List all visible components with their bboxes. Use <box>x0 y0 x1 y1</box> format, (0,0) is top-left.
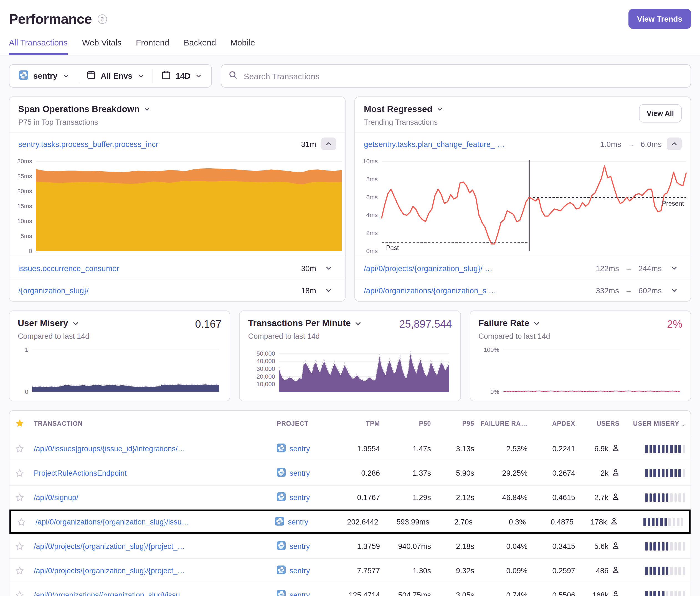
misery-bar <box>653 542 656 550</box>
python-project-icon <box>277 443 286 454</box>
project-link[interactable]: sentry <box>277 541 310 552</box>
transaction-link[interactable]: /api/0/projects/{organization_slug}/{pro… <box>34 542 270 550</box>
span-op-link[interactable]: /{organization_slug}/ <box>18 286 296 295</box>
tab-web-vitals[interactable]: Web Vitals <box>82 38 122 55</box>
regression-to-value: 244ms <box>639 264 662 273</box>
column-header-p95[interactable]: P95 <box>431 420 474 426</box>
transaction-link[interactable]: /api/0/signup/ <box>34 493 270 502</box>
date-range-filter[interactable]: 14D <box>153 71 210 81</box>
column-header-user-misery[interactable]: USER MISERY↓ <box>620 419 685 427</box>
table-row[interactable]: /api/0/organizations/{organization_slug}… <box>9 510 691 534</box>
favorite-column-star-icon[interactable] <box>15 419 34 428</box>
most-regressed-title[interactable]: Most Regressed <box>364 104 443 114</box>
transaction-link[interactable]: /api/0/issues|groups/{issue_id}/integrat… <box>34 444 270 453</box>
transaction-link[interactable]: /api/0/organizations/{organization_slug}… <box>35 518 269 526</box>
user-icon <box>612 591 620 596</box>
favorite-star-icon[interactable] <box>17 517 35 526</box>
view-trends-button[interactable]: View Trends <box>628 9 691 29</box>
python-project-icon <box>277 566 286 576</box>
regressed-transaction-link[interactable]: /api/0/organizations/{organization_s … <box>364 286 591 295</box>
transaction-link[interactable]: /api/0/organizations/{organization_slug}… <box>34 591 270 596</box>
card-title[interactable]: Transactions Per Minute <box>248 318 362 328</box>
transaction-cell: /api/0/organizations/{organization_slug}… <box>34 591 277 596</box>
project-link[interactable]: sentry <box>277 590 310 596</box>
search-input[interactable] <box>243 71 683 81</box>
card-title[interactable]: Failure Rate <box>478 318 550 328</box>
misery-bar <box>649 542 652 550</box>
collapse-chevron-up-icon[interactable] <box>321 137 336 150</box>
view-all-button[interactable]: View All <box>639 104 682 123</box>
project-link[interactable]: sentry <box>277 468 310 478</box>
tpm-cell: 125.4714 <box>334 591 380 596</box>
span-op-link[interactable]: sentry.tasks.process_buffer.process_incr <box>18 139 296 148</box>
table-row[interactable]: /api/0/projects/{organization_slug}/{pro… <box>9 534 691 558</box>
project-filter[interactable]: sentry <box>10 71 77 81</box>
date-range-label: 14D <box>176 72 191 80</box>
misery-bar <box>682 542 685 550</box>
help-icon[interactable]: ? <box>97 14 107 24</box>
project-link[interactable]: sentry <box>277 443 310 454</box>
project-link[interactable]: sentry <box>277 566 310 576</box>
favorite-star-icon[interactable] <box>15 468 34 478</box>
column-header-transaction[interactable]: TRANSACTION <box>34 420 277 426</box>
column-header-apdex[interactable]: APDEX <box>527 420 575 426</box>
misery-bar <box>657 444 660 453</box>
expand-chevron-down-icon[interactable] <box>321 284 336 296</box>
user-misery-cell <box>620 493 685 502</box>
environment-filter[interactable]: All Envs <box>78 71 152 81</box>
table-row[interactable]: ProjectRuleActionsEndpointsentry0.2861.3… <box>9 461 691 485</box>
favorite-star-icon[interactable] <box>15 591 34 596</box>
column-header-p50[interactable]: P50 <box>380 420 431 426</box>
regressed-transaction-link[interactable]: /api/0/projects/{organization_slug}/ … <box>364 264 591 273</box>
column-header-failure-ra-[interactable]: FAILURE RA… <box>474 420 527 426</box>
favorite-star-icon[interactable] <box>15 566 34 575</box>
expand-chevron-down-icon[interactable] <box>667 262 682 275</box>
table-row[interactable]: /api/0/projects/{organization_slug}/{pro… <box>9 558 691 583</box>
misery-bar <box>649 444 652 453</box>
span-operations-title[interactable]: Span Operations Breakdown <box>18 104 150 114</box>
transaction-link[interactable]: ProjectRuleActionsEndpoint <box>34 469 270 477</box>
table-row[interactable]: /api/0/organizations/{organization_slug}… <box>9 583 691 596</box>
p95-cell: 3.05s <box>431 591 474 596</box>
misery-bar <box>666 444 668 453</box>
favorite-star-icon[interactable] <box>15 444 34 453</box>
table-body: /api/0/issues|groups/{issue_id}/integrat… <box>9 436 691 596</box>
apdex-cell: 0.2241 <box>527 444 575 453</box>
favorite-star-icon[interactable] <box>15 493 34 502</box>
misery-bar <box>673 518 675 526</box>
table-row[interactable]: /api/0/signup/sentry0.17671.29s2.12s46.8… <box>9 485 691 510</box>
misery-bar <box>670 444 673 453</box>
expand-chevron-down-icon[interactable] <box>667 284 682 296</box>
collapse-chevron-up-icon[interactable] <box>667 137 682 150</box>
favorite-star-icon[interactable] <box>15 542 34 551</box>
span-op-duration: 18m <box>301 286 316 295</box>
tab-mobile[interactable]: Mobile <box>230 38 255 55</box>
misery-bar <box>670 591 673 596</box>
p50-cell: 1.30s <box>380 567 431 575</box>
failure-rate-cell: 29.25% <box>474 469 527 477</box>
table-row[interactable]: /api/0/issues|groups/{issue_id}/integrat… <box>9 436 691 461</box>
svg-text:4ms: 4ms <box>366 211 378 218</box>
span-op-link[interactable]: issues.occurrence_consumer <box>18 264 296 273</box>
expand-chevron-down-icon[interactable] <box>321 262 336 275</box>
tab-frontend[interactable]: Frontend <box>136 38 169 55</box>
apdex-cell: 0.4615 <box>527 493 575 502</box>
misery-bar <box>674 542 677 550</box>
column-header-tpm[interactable]: TPM <box>334 420 380 426</box>
card-title[interactable]: User Misery <box>18 318 89 328</box>
column-header-project[interactable]: PROJECT <box>277 420 334 426</box>
project-cell: sentry <box>277 443 334 454</box>
tab-all-transactions[interactable]: All Transactions <box>9 38 68 55</box>
card-value: 2% <box>667 318 682 331</box>
project-link[interactable]: sentry <box>275 516 308 527</box>
misery-bar <box>662 591 664 596</box>
misery-bar <box>644 518 646 526</box>
tab-backend[interactable]: Backend <box>183 38 216 55</box>
project-link[interactable]: sentry <box>277 492 310 503</box>
misery-bar <box>662 444 664 453</box>
user-misery-cell <box>618 518 683 526</box>
column-header-users[interactable]: USERS <box>575 420 620 426</box>
span-op-row: /{organization_slug}/18m <box>9 279 345 301</box>
transaction-link[interactable]: /api/0/projects/{organization_slug}/{pro… <box>34 567 270 575</box>
regressed-transaction-link[interactable]: getsentry.tasks.plan_change_feature_ … <box>364 139 595 148</box>
